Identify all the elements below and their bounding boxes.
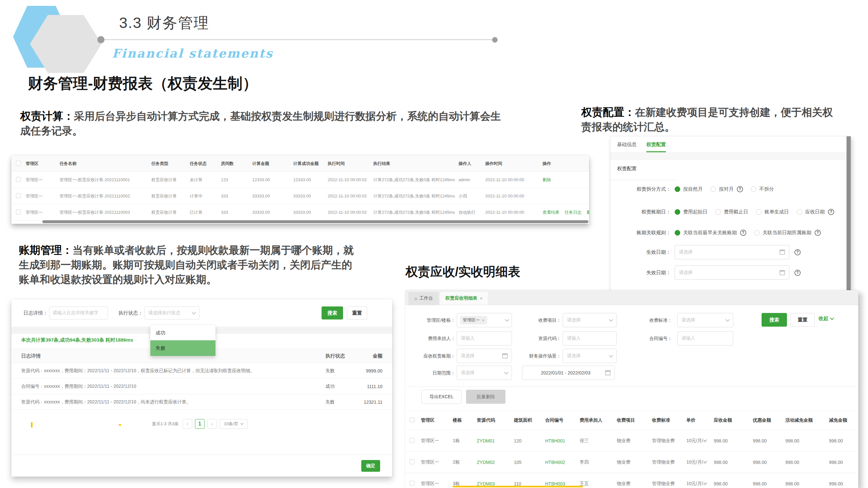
radio-label[interactable]: 应收日期	[805, 209, 825, 215]
view-result-link[interactable]: 查看结果	[542, 210, 559, 215]
field-label: 失效日期：	[611, 270, 671, 276]
row-checkbox[interactable]	[410, 481, 415, 486]
contract-no-link[interactable]: HTBH002	[545, 460, 580, 465]
table-row: 管理区一 管理区一-权责应收计算-20221110003 权责应收计算 已计算 …	[11, 204, 589, 221]
effective-date-input[interactable]: 请选择	[675, 245, 789, 259]
resource-code-link[interactable]: ZYDM01	[477, 438, 514, 444]
column-header: 活动减免金额	[785, 417, 829, 423]
confirm-button[interactable]: 确定	[361, 460, 380, 472]
column-header: 任务名称	[60, 161, 151, 167]
help-icon[interactable]: ?	[795, 270, 801, 276]
tab-basic-info[interactable]: 基础信息	[617, 141, 637, 152]
vertical-scrollbar[interactable]	[846, 136, 851, 293]
page-size-select[interactable]: 10条/页	[220, 419, 248, 429]
receivable-period-input[interactable]: 请选择	[457, 349, 512, 363]
resource-code-link[interactable]: ZYDM02	[477, 460, 514, 465]
status-select[interactable]: 请选择执行状态	[144, 306, 199, 320]
radio-label[interactable]: 按对月	[719, 186, 734, 192]
radio-label[interactable]: 账单生成日	[765, 209, 789, 215]
delete-link[interactable]: 删除	[542, 177, 551, 182]
reset-button[interactable]: 重置	[347, 306, 367, 320]
horizontal-scrollbar[interactable]	[42, 220, 588, 223]
chevron-down-icon	[192, 311, 196, 315]
column-header: 管理区	[26, 161, 60, 167]
charge-standard-select[interactable]: 请选择	[677, 313, 733, 327]
current-page-button[interactable]: 1	[195, 419, 205, 429]
radio[interactable]	[715, 209, 721, 215]
section-title: 3.3 财务管理	[119, 13, 209, 33]
task-log-link[interactable]: 任务日志	[565, 210, 582, 215]
help-icon[interactable]: ?	[828, 209, 834, 215]
selected-tag: 管理区一 ×	[460, 316, 487, 324]
task-table-panel: 管理区 任务名称 任务类型 任务状态 房间数 计算金额 计算成功金额 执行时间 …	[11, 156, 589, 224]
radio-label[interactable]: 关联当前日期所属账期	[763, 230, 811, 236]
help-icon[interactable]: ?	[737, 186, 743, 192]
charge-item-select[interactable]: 请选择	[563, 313, 617, 327]
row-checkbox[interactable]	[410, 438, 415, 443]
delete-link[interactable]: 删除	[587, 210, 589, 215]
contract-no-link[interactable]: HTBH001	[545, 438, 580, 444]
select-all-checkbox[interactable]	[410, 417, 415, 422]
tab-strip	[611, 153, 846, 160]
help-icon[interactable]: ?	[815, 230, 821, 236]
tag-label: 管理区一	[463, 317, 480, 323]
range-type-select[interactable]: 请选择	[457, 366, 512, 380]
export-excel-button[interactable]: 导出EXCEL	[422, 390, 462, 404]
tab-detail-report[interactable]: 权责应收明细表 ×	[440, 292, 488, 305]
radio-label[interactable]: 费用起始日	[683, 209, 708, 215]
row-checkbox[interactable]	[16, 209, 21, 215]
radio-label[interactable]: 不拆分	[759, 186, 774, 192]
radio[interactable]	[751, 187, 756, 192]
tab-workbench[interactable]: ⌂ 工作台	[408, 292, 439, 305]
radio[interactable]	[711, 187, 716, 192]
reset-button[interactable]: 重置	[790, 313, 815, 327]
cell: 未计算	[190, 177, 221, 183]
home-icon: ⌂	[414, 296, 417, 301]
radio[interactable]	[797, 209, 802, 215]
prev-page-button[interactable]: ‹	[183, 419, 192, 429]
cell: 2022-11-10 00:00:00	[485, 210, 542, 215]
search-button[interactable]: 搜索	[762, 313, 787, 327]
column-header: 费用承担人	[580, 417, 617, 423]
cell: 合同编号：xxxxxxx，费用期间：2022/11/11 - 2022/12/1…	[21, 384, 326, 389]
radio[interactable]	[756, 209, 762, 215]
expire-date-input[interactable]: 请选择	[675, 265, 789, 280]
help-icon[interactable]: ?	[795, 249, 801, 255]
row-checkbox[interactable]	[410, 459, 415, 464]
next-page-button[interactable]: ›	[207, 419, 217, 429]
dropdown-option-fail[interactable]: 失败	[150, 340, 215, 356]
cell: 计算272条,成功272条,失败0条 耗时1245ms	[373, 177, 459, 183]
help-icon[interactable]: ?	[740, 230, 746, 236]
close-icon[interactable]: ×	[480, 296, 482, 301]
log-detail-input[interactable]: 请输入日志详情关键字	[49, 306, 108, 320]
contract-no-input[interactable]: 请输入	[677, 331, 733, 346]
batch-delete-button[interactable]: 批量删除	[466, 390, 505, 404]
cell: 管理区一	[421, 481, 453, 487]
date-range-input[interactable]: 2022/01/01 - 2022/02/03	[522, 366, 615, 380]
area-select[interactable]: 管理区一 ×	[457, 313, 512, 327]
radio-selected[interactable]	[675, 187, 680, 192]
close-icon[interactable]: ×	[482, 318, 485, 323]
row-checkbox[interactable]	[16, 177, 21, 182]
paragraph-calc-text: 采用后台异步自动计算方式完成，基础按权责发生制规则进行数据分析，系统的自动计算会…	[20, 110, 501, 137]
radio-selected[interactable]	[675, 209, 680, 215]
radio-label[interactable]: 费用截止日	[724, 209, 748, 215]
select-all-checkbox[interactable]	[16, 161, 21, 166]
dropdown-option-success[interactable]: 成功	[150, 325, 215, 340]
paragraph-calc: 权责计算：采用后台异步自动计算方式完成，基础按权责发生制规则进行数据分析，系统的…	[20, 109, 510, 138]
radio[interactable]	[754, 230, 760, 235]
search-button[interactable]: 搜索	[321, 306, 343, 320]
column-header: 任务状态	[190, 161, 221, 167]
resource-code-input[interactable]: 请输入	[563, 331, 617, 346]
row-checkbox[interactable]	[16, 193, 21, 198]
radio-label[interactable]: 按自然月	[683, 186, 703, 192]
collapse-link[interactable]: 收起	[818, 316, 834, 322]
field-label: 收费项目：	[519, 313, 561, 327]
field-label: 日期范围：	[408, 366, 455, 380]
payer-input[interactable]: 请输入	[457, 331, 512, 346]
tab-config[interactable]: 权责配置	[646, 141, 666, 152]
radio-selected[interactable]	[675, 230, 680, 235]
finance-scene-select[interactable]: 请选择	[563, 349, 617, 363]
cell: 2022-11-10 00:00:02	[328, 177, 373, 182]
radio-label[interactable]: 关联当前最早未关账账期	[683, 230, 737, 236]
